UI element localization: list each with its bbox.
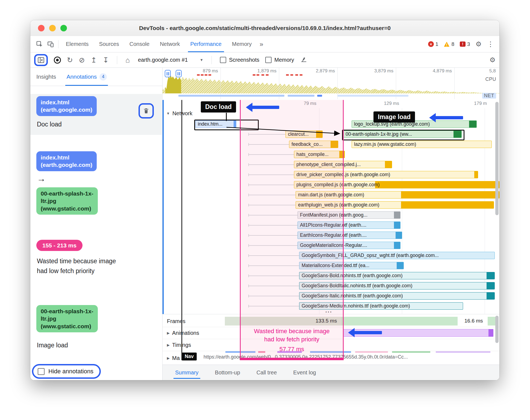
network-request-bar[interactable]: main.dart.js (earth.google.com)	[296, 191, 499, 199]
overview-strip[interactable]: CPU NET 879 ms1,879 ms2,879 ms3,879 ms4,…	[163, 68, 499, 99]
network-request-bar[interactable]: GoogleMaterialIcons-Regular....	[298, 242, 401, 249]
network-request-label: earthplugin_web.js (earth.google.com)	[296, 202, 379, 208]
request-bar-cap	[316, 131, 323, 138]
network-request-bar[interactable]: GoogleSans-Bold.nohints.ttf (earth.googl…	[299, 272, 495, 279]
network-request-bar[interactable]: GoogleSans-BoldItalic.nohints.ttf (earth…	[299, 282, 495, 289]
annotation-entry-doc-load[interactable]: index.html (earth.google.com) Doc load	[30, 94, 162, 135]
tab-annotations[interactable]: Annotations 4	[66, 68, 107, 86]
tab-elements[interactable]: Elements	[61, 36, 94, 52]
divider	[211, 56, 212, 64]
window-handle-left[interactable]	[165, 70, 171, 77]
network-request-bar[interactable]: GoogleSymbols_FILL_GRAD_opsz_wght.ttf (e…	[299, 252, 495, 259]
annotation-chip-index-html[interactable]: index.html (earth.google.com)	[36, 151, 97, 171]
annotation-entry-time-range[interactable]: 155 - 213 ms Wasted time because image h…	[30, 238, 162, 293]
network-request-bar[interactable]: plugins_compiled.js (earth.google.com)	[294, 181, 499, 188]
tab-memory[interactable]: Memory	[227, 36, 257, 52]
request-whisker	[248, 225, 298, 226]
network-request-bar[interactable]: MaterialIcons-Extended.ttf (ea...	[299, 262, 404, 269]
animations-track[interactable]: ▶Animations	[163, 327, 499, 339]
request-bar-cap	[487, 282, 495, 289]
issues-badge[interactable]: ! 3	[460, 41, 470, 47]
device-toolbar-icon[interactable]	[45, 39, 56, 50]
waterfall-scrollbar[interactable]	[495, 102, 499, 215]
hide-annotations-checkbox[interactable]	[38, 368, 45, 375]
target-selector-value: earth.google.com #1	[138, 57, 188, 63]
request-whisker	[248, 276, 299, 276]
network-waterfall[interactable]: ▼ Network ... index.htm...logo_lockup.sv…	[163, 108, 499, 314]
capture-settings-gear-icon[interactable]: ⚙	[490, 56, 496, 64]
tracks-scrollbar[interactable]	[495, 316, 499, 343]
network-request-bar[interactable]: GoogleSans-Italic.nohints.ttf (earth.goo…	[299, 292, 495, 300]
network-track-header[interactable]: ▼ Network	[166, 110, 192, 117]
network-request-bar[interactable]: feedback_co...	[289, 141, 338, 148]
timings-track-label[interactable]: ▶Timings	[167, 342, 191, 348]
network-request-bar[interactable]: GoogleSans-Medium.nohints.ttf (earth.goo…	[299, 302, 463, 310]
tab-summary[interactable]: Summary	[175, 365, 199, 380]
timings-track[interactable]: ▶Timings	[163, 339, 499, 351]
collect-garbage-icon[interactable]	[300, 56, 307, 64]
target-selector[interactable]: earth.google.com #1 ▼	[138, 57, 203, 63]
tab-call-tree[interactable]: Call tree	[257, 365, 277, 380]
frame-bar[interactable]	[341, 317, 458, 326]
memory-checkbox[interactable]	[265, 57, 272, 63]
request-bar-cap	[487, 292, 495, 300]
annotation-entry-link[interactable]: index.html (earth.google.com) → 00-earth…	[30, 150, 162, 221]
tab-network[interactable]: Network	[155, 36, 185, 52]
network-request-bar[interactable]: lazy.min.js (www.gstatic.com)	[352, 141, 492, 148]
window-handle-right[interactable]	[176, 70, 182, 77]
doc-load-annotation-label[interactable]: Doc load	[201, 101, 236, 113]
network-request-bar[interactable]: hats_compile...	[294, 151, 345, 158]
upload-profile-icon[interactable]: ↥	[91, 57, 97, 64]
tab-event-log[interactable]: Event log	[293, 365, 316, 380]
more-tabs-icon[interactable]: »	[257, 40, 266, 48]
animation-bar[interactable]	[343, 329, 493, 337]
main-thread-track[interactable]: ▶Ma Nav https://earth.google.com/web/0..…	[163, 351, 499, 365]
disclosure-triangle-icon: ▼	[166, 111, 170, 116]
network-request-bar[interactable]: EarthIcons-Regular.otf (earth....	[298, 232, 402, 239]
main-thread-activity-chip	[436, 351, 490, 353]
error-badge[interactable]: × 1	[428, 41, 438, 47]
network-request-bar[interactable]: FontManifest.json (earth.goog...	[298, 211, 401, 219]
warning-badge[interactable]: 8	[444, 41, 454, 47]
screenshots-checkbox[interactable]	[220, 57, 226, 63]
network-request-bar[interactable]: clearcut...	[285, 131, 323, 138]
download-profile-icon[interactable]: ↧	[103, 57, 109, 64]
clear-icon[interactable]: ⊘	[79, 57, 85, 64]
network-request-bar[interactable]: earthplugin_web.js (earth.google.com)	[296, 201, 494, 209]
screenshots-checkbox-row[interactable]: Screenshots	[220, 57, 259, 63]
request-whisker	[248, 164, 294, 165]
network-request-bar[interactable]: All1PIcons-Regular.otf (earth....	[298, 221, 401, 229]
request-whisker	[248, 265, 299, 266]
tab-sources[interactable]: Sources	[94, 36, 124, 52]
tab-insights[interactable]: Insights	[36, 68, 56, 86]
annotation-chip-time-range[interactable]: 155 - 213 ms	[36, 240, 83, 251]
network-request-bar[interactable]: drive_picker_compiled.js (earth.google.c…	[294, 171, 478, 178]
annotation-chip-splash-image[interactable]: 00-earth-splash-1x- ltr.jpg (www.gstatic…	[36, 187, 98, 215]
animations-track-label[interactable]: ▶Animations	[167, 330, 199, 336]
main-thread-activity-chip	[225, 351, 255, 353]
tab-performance[interactable]: Performance	[185, 36, 227, 52]
memory-checkbox-row[interactable]: Memory	[265, 57, 294, 63]
overview-gridline	[337, 68, 338, 99]
disclosure-triangle-icon: ▶	[167, 343, 170, 347]
network-request-label: All1PIcons-Regular.otf (earth....	[298, 222, 366, 228]
home-icon[interactable]: ⌂	[125, 57, 130, 64]
tab-console[interactable]: Console	[124, 36, 155, 52]
toggle-sidebar-icon[interactable]	[37, 56, 45, 64]
record-button[interactable]	[54, 57, 61, 64]
tab-bottom-up[interactable]: Bottom-up	[215, 365, 240, 380]
network-request-bar[interactable]: phenotype_client_compiled.j...	[294, 161, 392, 168]
annotation-chip-splash-image[interactable]: 00-earth-splash-1x- ltr.jpg (www.gstatic…	[36, 305, 98, 332]
inspect-element-icon[interactable]	[34, 39, 45, 50]
annotation-entry-image-load[interactable]: 00-earth-splash-1x- ltr.jpg (www.gstatic…	[30, 303, 162, 355]
settings-gear-icon[interactable]: ⚙	[476, 40, 482, 48]
show-more-requests-button[interactable]: ...	[325, 307, 332, 314]
image-load-annotation-label[interactable]: Image load	[373, 111, 415, 123]
frames-track[interactable]: Frames 133.5 ms 16.6 ms	[163, 315, 499, 327]
kebab-menu-icon[interactable]: ⋮	[487, 40, 494, 48]
trash-icon[interactable]	[143, 107, 149, 114]
reload-record-icon[interactable]: ↻	[67, 57, 73, 64]
network-request-label: GoogleSans-Bold.nohints.ttf (earth.googl…	[299, 273, 403, 279]
main-track-label[interactable]: ▶Ma	[167, 355, 180, 361]
annotation-chip-index-html[interactable]: index.html (earth.google.com)	[36, 96, 97, 116]
